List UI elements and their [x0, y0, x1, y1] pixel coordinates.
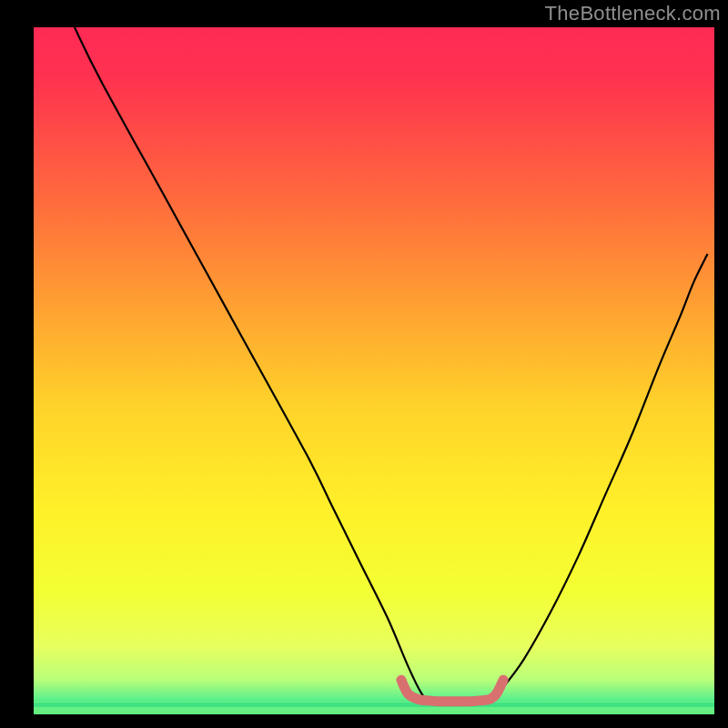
chart-stage: TheBottleneck.com — [0, 0, 728, 728]
svg-rect-2 — [34, 703, 714, 707]
attribution-text: TheBottleneck.com — [545, 2, 721, 25]
green-bands — [34, 702, 714, 714]
bottleneck-chart — [0, 0, 728, 728]
gradient-panel — [34, 27, 714, 714]
